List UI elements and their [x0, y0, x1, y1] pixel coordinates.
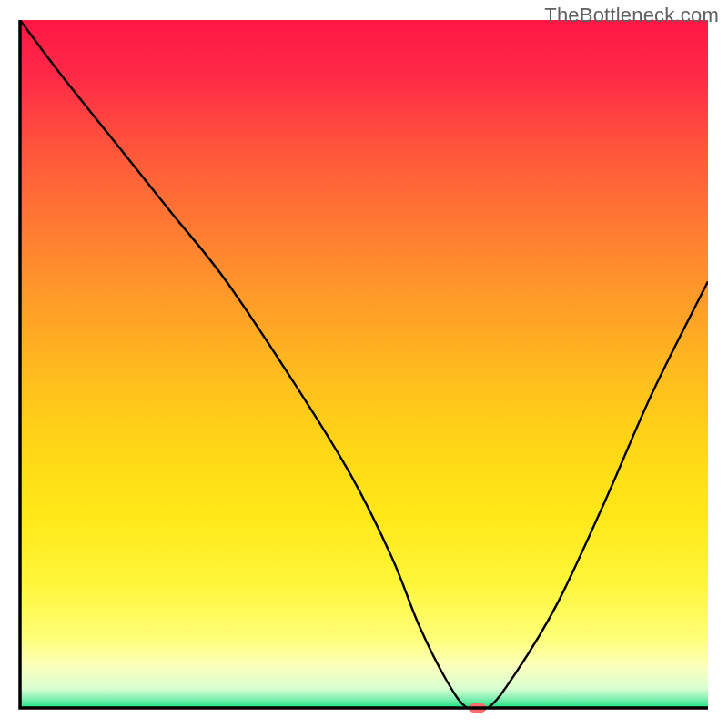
chart-plot-area — [0, 0, 728, 728]
watermark-text: TheBottleneck.com — [544, 4, 719, 27]
gradient-background — [20, 20, 708, 708]
bottleneck-chart: TheBottleneck.com — [0, 0, 728, 728]
